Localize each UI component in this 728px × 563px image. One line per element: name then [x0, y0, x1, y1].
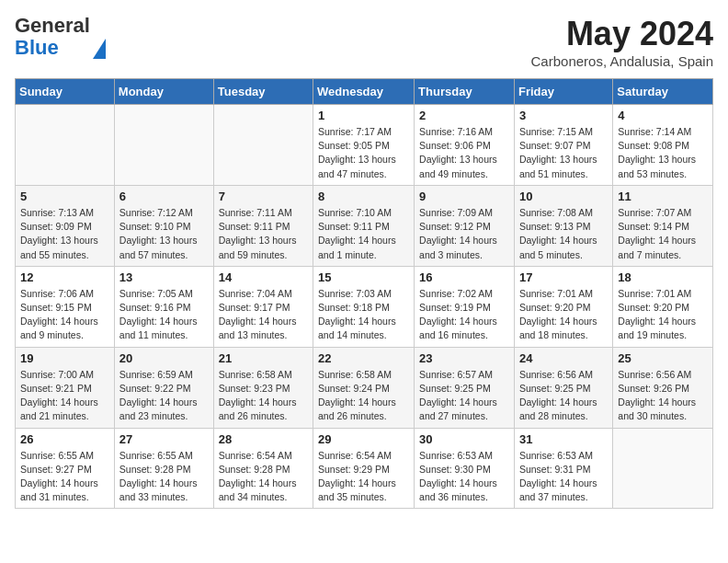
calendar-cell: 15Sunrise: 7:03 AM Sunset: 9:18 PM Dayli… — [313, 266, 415, 347]
calendar-week-row: 12Sunrise: 7:06 AM Sunset: 9:15 PM Dayli… — [16, 266, 713, 347]
calendar-cell: 12Sunrise: 7:06 AM Sunset: 9:15 PM Dayli… — [16, 266, 115, 347]
day-number: 27 — [119, 432, 209, 446]
day-info: Sunrise: 7:07 AM Sunset: 9:14 PM Dayligh… — [618, 206, 708, 262]
logo-triangle-icon — [93, 39, 106, 59]
calendar-cell: 31Sunrise: 6:53 AM Sunset: 9:31 PM Dayli… — [514, 428, 612, 509]
day-number: 17 — [519, 270, 608, 284]
day-number: 16 — [419, 270, 509, 284]
day-info: Sunrise: 6:59 AM Sunset: 9:22 PM Dayligh… — [119, 368, 209, 424]
day-info: Sunrise: 7:02 AM Sunset: 9:19 PM Dayligh… — [419, 287, 509, 343]
weekday-header-thursday: Thursday — [415, 79, 515, 105]
day-info: Sunrise: 6:56 AM Sunset: 9:25 PM Dayligh… — [519, 368, 608, 424]
calendar-cell: 8Sunrise: 7:10 AM Sunset: 9:11 PM Daylig… — [313, 185, 415, 266]
day-info: Sunrise: 7:15 AM Sunset: 9:07 PM Dayligh… — [519, 125, 608, 181]
day-info: Sunrise: 6:55 AM Sunset: 9:28 PM Dayligh… — [119, 449, 209, 505]
day-number: 9 — [419, 190, 509, 203]
day-info: Sunrise: 7:05 AM Sunset: 9:16 PM Dayligh… — [119, 287, 209, 343]
day-info: Sunrise: 7:14 AM Sunset: 9:08 PM Dayligh… — [618, 125, 708, 181]
day-info: Sunrise: 7:03 AM Sunset: 9:18 PM Dayligh… — [318, 287, 409, 343]
calendar-cell: 26Sunrise: 6:55 AM Sunset: 9:27 PM Dayli… — [16, 428, 115, 509]
weekday-header-sunday: Sunday — [16, 79, 115, 105]
weekday-header-saturday: Saturday — [613, 79, 713, 105]
calendar-cell: 24Sunrise: 6:56 AM Sunset: 9:25 PM Dayli… — [514, 347, 612, 428]
day-number: 15 — [318, 270, 409, 284]
day-info: Sunrise: 7:01 AM Sunset: 9:20 PM Dayligh… — [519, 287, 608, 343]
day-info: Sunrise: 6:57 AM Sunset: 9:25 PM Dayligh… — [419, 368, 509, 424]
day-info: Sunrise: 6:53 AM Sunset: 9:30 PM Dayligh… — [419, 449, 509, 505]
day-number: 2 — [419, 109, 509, 122]
day-info: Sunrise: 7:13 AM Sunset: 9:09 PM Dayligh… — [20, 206, 109, 262]
weekday-header-friday: Friday — [514, 79, 612, 105]
day-number: 26 — [20, 432, 109, 446]
day-number: 18 — [618, 270, 708, 284]
title-block: May 2024 Carboneros, Andalusia, Spain — [531, 15, 713, 69]
weekday-header-monday: Monday — [114, 79, 213, 105]
day-info: Sunrise: 6:53 AM Sunset: 9:31 PM Dayligh… — [519, 449, 608, 505]
day-number: 3 — [519, 109, 608, 122]
logo-general: General — [15, 14, 90, 37]
day-info: Sunrise: 6:55 AM Sunset: 9:27 PM Dayligh… — [20, 449, 109, 505]
calendar-cell: 5Sunrise: 7:13 AM Sunset: 9:09 PM Daylig… — [16, 185, 115, 266]
day-number: 23 — [419, 351, 509, 365]
day-number: 10 — [519, 190, 608, 203]
calendar-cell: 6Sunrise: 7:12 AM Sunset: 9:10 PM Daylig… — [114, 185, 213, 266]
calendar-week-row: 19Sunrise: 7:00 AM Sunset: 9:21 PM Dayli… — [16, 347, 713, 428]
calendar-cell: 11Sunrise: 7:07 AM Sunset: 9:14 PM Dayli… — [613, 185, 713, 266]
day-number: 12 — [20, 270, 109, 284]
calendar-cell: 23Sunrise: 6:57 AM Sunset: 9:25 PM Dayli… — [415, 347, 515, 428]
day-info: Sunrise: 7:08 AM Sunset: 9:13 PM Dayligh… — [519, 206, 608, 262]
calendar-cell: 3Sunrise: 7:15 AM Sunset: 9:07 PM Daylig… — [514, 105, 612, 186]
calendar-cell: 17Sunrise: 7:01 AM Sunset: 9:20 PM Dayli… — [514, 266, 612, 347]
calendar-cell: 9Sunrise: 7:09 AM Sunset: 9:12 PM Daylig… — [415, 185, 515, 266]
day-number: 1 — [318, 109, 409, 122]
calendar-week-row: 1Sunrise: 7:17 AM Sunset: 9:05 PM Daylig… — [16, 105, 713, 186]
day-number: 31 — [519, 432, 608, 446]
day-info: Sunrise: 7:10 AM Sunset: 9:11 PM Dayligh… — [318, 206, 409, 262]
day-info: Sunrise: 7:00 AM Sunset: 9:21 PM Dayligh… — [20, 368, 109, 424]
calendar-cell: 1Sunrise: 7:17 AM Sunset: 9:05 PM Daylig… — [313, 105, 415, 186]
day-number: 13 — [119, 270, 209, 284]
day-info: Sunrise: 6:58 AM Sunset: 9:23 PM Dayligh… — [219, 368, 308, 424]
calendar-cell — [114, 105, 213, 186]
day-number: 6 — [119, 190, 209, 203]
calendar-cell: 16Sunrise: 7:02 AM Sunset: 9:19 PM Dayli… — [415, 266, 515, 347]
calendar-cell: 7Sunrise: 7:11 AM Sunset: 9:11 PM Daylig… — [213, 185, 313, 266]
day-number: 8 — [318, 190, 409, 203]
calendar-cell: 10Sunrise: 7:08 AM Sunset: 9:13 PM Dayli… — [514, 185, 612, 266]
calendar-cell: 14Sunrise: 7:04 AM Sunset: 9:17 PM Dayli… — [213, 266, 313, 347]
day-info: Sunrise: 6:54 AM Sunset: 9:28 PM Dayligh… — [219, 449, 308, 505]
calendar-cell: 22Sunrise: 6:58 AM Sunset: 9:24 PM Dayli… — [313, 347, 415, 428]
calendar-cell: 2Sunrise: 7:16 AM Sunset: 9:06 PM Daylig… — [415, 105, 515, 186]
location-title: Carboneros, Andalusia, Spain — [531, 53, 713, 69]
day-info: Sunrise: 7:06 AM Sunset: 9:15 PM Dayligh… — [20, 287, 109, 343]
day-number: 11 — [618, 190, 708, 203]
calendar-cell — [213, 105, 313, 186]
logo: General Blue — [15, 15, 106, 59]
day-info: Sunrise: 7:09 AM Sunset: 9:12 PM Dayligh… — [419, 206, 509, 262]
day-number: 22 — [318, 351, 409, 365]
calendar-cell: 28Sunrise: 6:54 AM Sunset: 9:28 PM Dayli… — [213, 428, 313, 509]
day-number: 7 — [219, 190, 308, 203]
calendar-cell — [613, 428, 713, 509]
calendar-table: SundayMondayTuesdayWednesdayThursdayFrid… — [15, 78, 713, 509]
day-info: Sunrise: 7:04 AM Sunset: 9:17 PM Dayligh… — [219, 287, 308, 343]
weekday-header-wednesday: Wednesday — [313, 79, 415, 105]
day-info: Sunrise: 6:56 AM Sunset: 9:26 PM Dayligh… — [618, 368, 708, 424]
day-number: 20 — [119, 351, 209, 365]
calendar-cell: 4Sunrise: 7:14 AM Sunset: 9:08 PM Daylig… — [613, 105, 713, 186]
day-info: Sunrise: 7:17 AM Sunset: 9:05 PM Dayligh… — [318, 125, 409, 181]
day-info: Sunrise: 7:16 AM Sunset: 9:06 PM Dayligh… — [419, 125, 509, 181]
calendar-cell: 30Sunrise: 6:53 AM Sunset: 9:30 PM Dayli… — [415, 428, 515, 509]
day-number: 28 — [219, 432, 308, 446]
day-info: Sunrise: 7:01 AM Sunset: 9:20 PM Dayligh… — [618, 287, 708, 343]
day-number: 25 — [618, 351, 708, 365]
day-info: Sunrise: 6:54 AM Sunset: 9:29 PM Dayligh… — [318, 449, 409, 505]
day-number: 14 — [219, 270, 308, 284]
day-info: Sunrise: 7:11 AM Sunset: 9:11 PM Dayligh… — [219, 206, 308, 262]
day-number: 21 — [219, 351, 308, 365]
logo-blue: Blue — [15, 36, 59, 59]
day-number: 4 — [618, 109, 708, 122]
calendar-cell: 13Sunrise: 7:05 AM Sunset: 9:16 PM Dayli… — [114, 266, 213, 347]
day-info: Sunrise: 7:12 AM Sunset: 9:10 PM Dayligh… — [119, 206, 209, 262]
day-number: 29 — [318, 432, 409, 446]
